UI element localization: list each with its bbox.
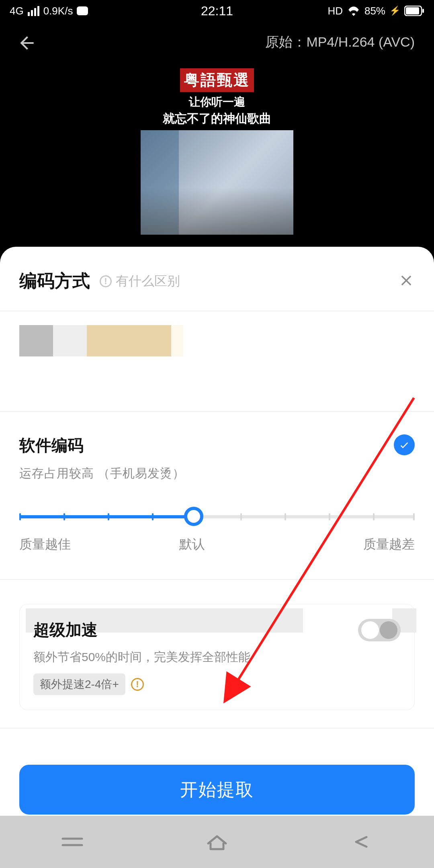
- encoder-tabs-row[interactable]: [0, 311, 434, 376]
- sync-icon: [77, 6, 88, 15]
- network-type-label: 4G: [10, 5, 24, 17]
- sheet-title: 编码方式: [19, 269, 90, 293]
- source-format-label: 原始：MP4/H.264 (AVC): [265, 33, 415, 51]
- option-desc: 运存占用较高 （手机易发烫）: [19, 465, 415, 482]
- accel-title: 超级加速: [33, 619, 401, 641]
- info-icon: !: [100, 275, 112, 287]
- accel-toggle[interactable]: [358, 619, 401, 641]
- thumbnail-banner-title: 粤語甄選: [180, 68, 254, 92]
- svg-rect-2: [422, 9, 424, 13]
- close-button[interactable]: [398, 272, 415, 291]
- accel-desc: 额外节省50%的时间，完美发挥全部性能: [33, 649, 401, 665]
- charging-icon: ⚡: [389, 6, 400, 16]
- video-thumbnail[interactable]: 粤語甄選 让你听一遍 就忘不了的神仙歌曲: [141, 68, 293, 225]
- battery-pct-label: 85%: [364, 5, 385, 17]
- hd-label: HD: [328, 5, 343, 17]
- svg-rect-1: [406, 7, 419, 14]
- net-speed-label: 0.9K/s: [43, 5, 73, 17]
- status-bar: 4G 0.9K/s 22:11 HD 85% ⚡: [0, 0, 434, 22]
- option-title: 软件编码: [19, 434, 415, 457]
- super-accel-card: 超级加速 额外节省50%的时间，完美发挥全部性能 额外提速2-4倍+ !: [19, 604, 415, 710]
- nav-home-button[interactable]: [204, 833, 230, 851]
- video-preview-area: 原始：MP4/H.264 (AVC) 粤語甄選 让你听一遍 就忘不了的神仙歌曲: [0, 22, 434, 247]
- help-link[interactable]: ! 有什么区别: [100, 272, 180, 290]
- start-extract-button[interactable]: 开始提取: [19, 765, 415, 815]
- slider-knob[interactable]: [184, 507, 203, 526]
- thumbnail-line1: 让你听一遍: [141, 94, 293, 110]
- back-button[interactable]: [17, 33, 37, 53]
- slider-label-default: 默认: [179, 536, 205, 553]
- thumbnail-image: [141, 130, 293, 235]
- clock-label: 22:11: [201, 4, 233, 18]
- encode-sheet: 编码方式 ! 有什么区别 软件编码 运存占用较高 （手机易发烫）: [0, 247, 434, 868]
- selected-check-icon: [394, 434, 415, 455]
- software-encode-option[interactable]: 软件编码 运存占用较高 （手机易发烫）: [0, 412, 434, 491]
- wifi-icon: [347, 6, 360, 16]
- signal-icon: [28, 6, 39, 16]
- system-nav-bar: [0, 816, 434, 868]
- thumbnail-line2: 就忘不了的神仙歌曲: [141, 111, 293, 127]
- battery-icon: [404, 6, 424, 16]
- quality-slider[interactable]: 质量越佳 默认 质量越差: [0, 491, 434, 561]
- nav-back-button[interactable]: [349, 834, 375, 850]
- warn-icon[interactable]: !: [131, 678, 144, 691]
- slider-label-best: 质量越佳: [19, 536, 71, 553]
- accel-tag: 额外提速2-4倍+: [33, 674, 125, 695]
- slider-label-worst: 质量越差: [363, 536, 415, 553]
- nav-recent-button[interactable]: [59, 834, 85, 850]
